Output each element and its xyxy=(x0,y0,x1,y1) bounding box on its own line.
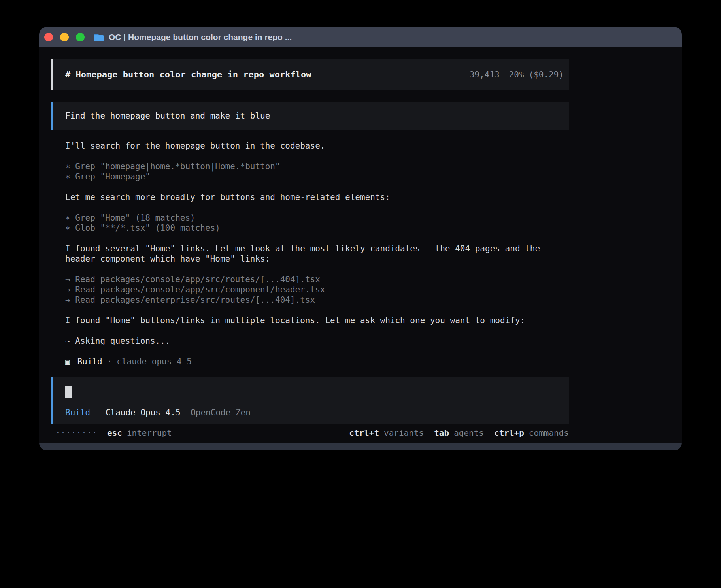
minimize-button[interactable] xyxy=(60,33,69,41)
provider-name: OpenCode Zen xyxy=(191,408,251,417)
shortcut-key: tab xyxy=(434,428,449,438)
tool-call-grep: ∗ Grep "Homepage" xyxy=(65,172,569,182)
model-name[interactable]: Claude Opus 4.5 xyxy=(106,408,181,417)
terminal-window: OC | Homepage button color change in rep… xyxy=(39,27,682,450)
shortcut-agents: tab agents xyxy=(434,428,484,438)
tool-call-grep: ∗ Grep "homepage|home.*button|Home.*butt… xyxy=(65,161,569,172)
agent-name: Build xyxy=(77,356,102,367)
conversation: I'll search for the homepage button in t… xyxy=(65,141,569,367)
tool-call-read: → Read packages/console/app/src/componen… xyxy=(65,285,569,295)
assistant-text: I found several "Home" links. Let me loo… xyxy=(65,243,569,264)
tool-call-group: ∗ Grep "Home" (18 matches) ∗ Glob "**/*.… xyxy=(65,213,569,233)
shortcut-key: ctrl+t xyxy=(349,428,379,438)
tool-call-read: → Read packages/console/app/src/routes/[… xyxy=(65,274,569,285)
shortcut-label: agents xyxy=(454,428,484,438)
tool-call-grep: ∗ Grep "Home" (18 matches) xyxy=(65,213,569,223)
shortcut-commands: ctrl+p commands xyxy=(494,428,569,438)
tool-call-group: ∗ Grep "homepage|home.*button|Home.*butt… xyxy=(65,161,569,182)
zoom-button[interactable] xyxy=(76,33,85,41)
assistant-text: I found "Home" buttons/links in multiple… xyxy=(65,315,569,326)
user-message: Find the homepage button and make it blu… xyxy=(51,102,569,130)
tool-call-group: → Read packages/console/app/src/routes/[… xyxy=(65,274,569,305)
shortcut-label: variants xyxy=(384,428,424,438)
agent-model: claude-opus-4-5 xyxy=(117,356,192,367)
shortcut-key: ctrl+p xyxy=(494,428,524,438)
input-status-bar: Build Claude Opus 4.5 OpenCode Zen xyxy=(65,408,569,417)
tool-call-read: → Read packages/enterprise/src/routes/[.… xyxy=(65,295,569,305)
folder-icon xyxy=(93,33,104,42)
context-percent: 20% xyxy=(509,70,524,79)
close-button[interactable] xyxy=(44,33,53,41)
window-title: OC | Homepage button color change in rep… xyxy=(109,32,292,42)
session-title: # Homepage button color change in repo w… xyxy=(65,70,311,79)
session-stats: 39,413 20% ($0.29) xyxy=(470,70,564,79)
session-header: # Homepage button color change in repo w… xyxy=(51,59,569,90)
separator-dot: · xyxy=(107,356,112,367)
progress-dots: ········ xyxy=(55,428,97,438)
shortcut-label: interrupt xyxy=(127,428,172,438)
assistant-text: I'll search for the homepage button in t… xyxy=(65,141,569,151)
activity-status: ~ Asking questions... xyxy=(65,336,569,346)
tool-call-glob: ∗ Glob "**/*.tsx" (100 matches) xyxy=(65,223,569,233)
traffic-lights xyxy=(44,33,85,41)
session-cost: ($0.29) xyxy=(528,70,564,79)
text-cursor xyxy=(65,386,72,398)
assistant-text: Let me search more broadly for buttons a… xyxy=(65,192,569,202)
token-count: 39,413 xyxy=(470,70,500,79)
agent-status-line: ▣ Build · claude-opus-4-5 xyxy=(65,356,569,367)
shortcut-interrupt: esc interrupt xyxy=(107,428,172,438)
shortcut-key: esc xyxy=(107,428,122,438)
shortcut-variants: ctrl+t variants xyxy=(349,428,424,438)
user-message-text: Find the homepage button and make it blu… xyxy=(65,111,270,121)
shortcut-label: commands xyxy=(529,428,569,438)
footer-bar: ········ esc interrupt ctrl+t variants t… xyxy=(55,428,569,438)
window-bottom-edge xyxy=(39,443,682,450)
titlebar: OC | Homepage button color change in rep… xyxy=(39,27,682,47)
footer-shortcuts-right: ctrl+t variants tab agents ctrl+p comman… xyxy=(349,428,569,438)
prompt-input[interactable]: Build Claude Opus 4.5 OpenCode Zen xyxy=(51,377,569,424)
agent-mode-label[interactable]: Build xyxy=(65,408,90,417)
agent-icon: ▣ xyxy=(65,356,70,367)
